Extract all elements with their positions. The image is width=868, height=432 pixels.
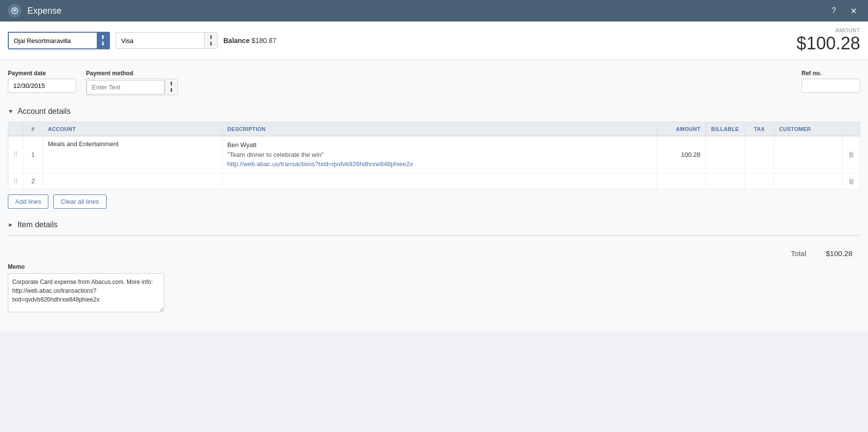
drag-icon: ⠿ (13, 177, 18, 185)
drag-handle[interactable]: ⠿ (8, 173, 23, 189)
item-details-section-header[interactable]: ► Item details (8, 220, 860, 229)
total-amount-display: AMOUNT $100.28 (797, 27, 860, 54)
app-logo (8, 4, 22, 18)
row-amount: 100.28 (657, 136, 706, 173)
item-details-arrow: ► (8, 221, 14, 228)
payment-date-group: Payment date (8, 70, 76, 93)
total-row: Total $100.28 (8, 243, 860, 263)
main-content: Payment date Payment method ⬆⬇ Ref no. ▼… (0, 60, 868, 331)
divider (8, 235, 860, 236)
total-label: Total (791, 249, 806, 258)
table-row: ⠿ 1 Meals and Entertainment Ben Wyatt "T… (8, 136, 860, 173)
col-amount: AMOUNT (657, 122, 706, 136)
memo-section: Memo Corporate Card expense from Abacus.… (8, 263, 860, 322)
row-tax[interactable] (745, 173, 774, 189)
row-description[interactable] (222, 173, 657, 189)
payment-method-label: Payment method (86, 70, 178, 77)
row-billable[interactable] (706, 173, 745, 189)
row-num: 1 (23, 136, 43, 173)
help-button[interactable]: ? (827, 4, 841, 18)
table-actions: Add lines Clear all lines (8, 194, 860, 209)
top-bar: Ojai Resortmaravilla ⬆⬇ Visa ⬆⬇ Balance … (0, 22, 868, 60)
row-account[interactable] (43, 173, 222, 189)
page-title: Expense (27, 6, 827, 16)
memo-label: Memo (8, 263, 860, 270)
add-lines-button[interactable]: Add lines (8, 194, 48, 209)
vendor-arrow-btn[interactable]: ⬆⬇ (97, 33, 109, 48)
payment-method-group: Payment method ⬆⬇ (86, 70, 178, 95)
row-customer[interactable] (774, 173, 843, 189)
drag-handle[interactable]: ⠿ (8, 136, 23, 173)
payment-date-input[interactable] (8, 79, 76, 93)
row-action: 🗑 (843, 173, 860, 189)
vendor-select[interactable]: Ojai Resortmaravilla ⬆⬇ (8, 32, 110, 49)
col-drag (8, 122, 23, 136)
amount-label: AMOUNT (797, 27, 860, 33)
col-tax: TAX (745, 122, 774, 136)
desc-text: "Team dinner to celebrate the win" (227, 151, 324, 158)
drag-icon: ⠿ (13, 151, 18, 158)
col-num: # (23, 122, 43, 136)
desc-name: Ben Wyatt (227, 141, 257, 149)
col-action (843, 122, 860, 136)
row-account[interactable]: Meals and Entertainment (43, 136, 222, 173)
memo-textarea[interactable]: Corporate Card expense from Abacus.com. … (8, 273, 164, 312)
col-description: DESCRIPTION (222, 122, 657, 136)
app-header: Expense ? ✕ (0, 0, 868, 22)
desc-url: http://web.abac.us/transactions?txid=qvd… (227, 160, 413, 168)
balance-display: Balance $180.87 (223, 37, 276, 44)
row-action: 🗑 (843, 136, 860, 173)
row-amount (657, 173, 706, 189)
row-num: 2 (23, 173, 43, 189)
close-button[interactable]: ✕ (846, 4, 860, 18)
account-details-section-header[interactable]: ▼ Account details (8, 107, 860, 116)
amount-value: $100.28 (797, 33, 860, 53)
delete-row-button[interactable]: 🗑 (848, 177, 855, 185)
ref-no-input[interactable] (802, 79, 860, 93)
row-tax[interactable] (745, 136, 774, 173)
payment-account-arrow[interactable]: ⬆⬇ (204, 33, 217, 48)
row-customer[interactable] (774, 136, 843, 173)
payment-date-label: Payment date (8, 70, 76, 77)
payment-method-input[interactable] (87, 80, 165, 94)
col-billable: BILLABLE (706, 122, 745, 136)
header-actions: ? ✕ (827, 4, 860, 18)
ref-no-group: Ref no. (802, 70, 860, 93)
col-customer: CUSTOMER (774, 122, 843, 136)
account-details-title: Account details (18, 107, 71, 116)
vendor-input[interactable]: Ojai Resortmaravilla (9, 34, 97, 47)
item-details-title: Item details (18, 220, 58, 229)
account-table: # ACCOUNT DESCRIPTION AMOUNT BILLABLE TA… (8, 122, 860, 190)
clear-all-lines-button[interactable]: Clear all lines (53, 194, 106, 209)
payment-account-select[interactable]: Visa ⬆⬇ (116, 32, 217, 49)
col-account: ACCOUNT (43, 122, 222, 136)
delete-row-button[interactable]: 🗑 (848, 151, 855, 158)
total-value: $100.28 (826, 249, 852, 258)
table-row: ⠿ 2 🗑 (8, 173, 860, 189)
payment-method-select[interactable]: ⬆⬇ (86, 79, 178, 95)
form-row: Payment date Payment method ⬆⬇ Ref no. (8, 70, 860, 95)
payment-account-dropdown[interactable]: Visa (116, 34, 204, 47)
ref-no-label: Ref no. (802, 70, 860, 77)
payment-method-arrow[interactable]: ⬆⬇ (165, 79, 177, 95)
row-billable[interactable] (706, 136, 745, 173)
account-details-arrow: ▼ (8, 108, 14, 115)
row-description[interactable]: Ben Wyatt "Team dinner to celebrate the … (222, 136, 657, 173)
